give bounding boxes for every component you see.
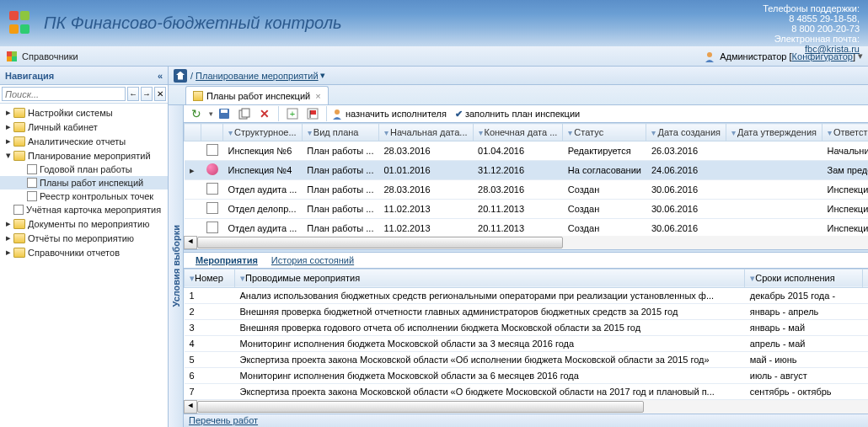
scroll-track[interactable] <box>197 236 868 249</box>
tree-item[interactable]: Годовой план работы <box>0 163 168 176</box>
scroll-thumb[interactable] <box>197 237 563 248</box>
tree-item[interactable]: Реестр контрольных точек <box>0 189 168 203</box>
doc-icon <box>206 202 218 214</box>
scroll-thumb[interactable] <box>197 401 644 413</box>
breadcrumb-link[interactable]: Планирование мероприятий <box>196 71 319 81</box>
grid-header[interactable]: ▾Вид плана <box>302 124 378 141</box>
breadcrumb-dd[interactable]: ▾ <box>320 70 325 81</box>
tree-label: Документы по мероприятию <box>28 219 149 229</box>
grid-header[interactable]: ▾Конечная дата ... <box>473 124 563 141</box>
folder-icon <box>13 219 25 229</box>
tab-close-icon[interactable]: × <box>315 91 320 101</box>
scroll-left[interactable]: ◄ <box>184 236 197 249</box>
tree-item[interactable]: ▸Отчёты по мероприятию <box>0 231 168 245</box>
detail-header[interactable]: ▾Проводимые мероприятия <box>235 269 745 287</box>
table-row[interactable]: 5Экспертиза проекта закона Московской об… <box>185 351 869 367</box>
grid-header[interactable] <box>185 124 201 141</box>
tree-item[interactable]: ▾Планирование мероприятий <box>0 148 168 163</box>
tree-label: Учётная карточка мероприятия <box>26 205 161 215</box>
tree-item[interactable]: Учётная карточка мероприятия <box>0 203 168 216</box>
tree-toggle-icon[interactable]: ▸ <box>3 107 13 118</box>
table-row[interactable]: 6Мониторинг исполнения бюджета Московско… <box>185 367 869 383</box>
table-row[interactable]: 2Внешняя проверка бюджетной отчетности г… <box>185 303 869 319</box>
assign-action[interactable]: назначить исполнителя <box>331 108 447 120</box>
cell: Создан <box>563 219 646 236</box>
detail-tab-events[interactable]: Мероприятия <box>189 253 265 268</box>
flag-button[interactable] <box>303 105 322 122</box>
table-row[interactable]: Отдел делопр...План работы ...11.02.2013… <box>185 200 869 219</box>
detail-tabs: Мероприятия История состояний <box>184 253 868 269</box>
grid-header[interactable] <box>201 124 223 141</box>
table-row[interactable]: Инспекция №6План работы ...28.03.201601.… <box>185 141 869 161</box>
filter-sidebar[interactable]: Условия выборки <box>169 105 184 427</box>
detail-tab-history[interactable]: История состояний <box>265 253 361 268</box>
tree-item[interactable]: ▸Справочники отчетов <box>0 245 168 259</box>
refresh-button[interactable]: ↻ <box>187 105 206 122</box>
cell: 11.02.2013 <box>378 219 473 236</box>
grid-header[interactable]: ▾Структурное... <box>223 124 303 141</box>
nav-search-clear[interactable]: ✕ <box>154 87 166 101</box>
detail-header[interactable]: ▾Номер <box>185 269 235 287</box>
cell: 01.01.2016 <box>378 161 473 180</box>
grid-hscroll[interactable]: ◄ ► <box>184 236 868 249</box>
tree-toggle-icon[interactable]: ▸ <box>3 232 13 243</box>
cell: Редактируется <box>563 141 646 161</box>
delete-button[interactable]: ✕ <box>255 105 274 122</box>
grid-header[interactable]: ▾Дата утверждения <box>726 124 822 141</box>
works-accordion[interactable]: Перечень работ <box>184 414 868 427</box>
detail-hscroll[interactable]: ◄ ► <box>184 400 868 414</box>
nav-collapse-button[interactable]: « <box>158 71 163 81</box>
tree-item[interactable]: ▸Настройки системы <box>0 105 168 120</box>
detail-header[interactable]: ▾Сроки исполнения <box>745 269 863 287</box>
nav-search-prev[interactable]: ← <box>127 87 139 101</box>
tree-item[interactable]: ▸Личный кабинет <box>0 120 168 134</box>
cell: Мониторинг исполнения бюджета Московской… <box>235 335 745 351</box>
tree-label: Настройки системы <box>28 108 113 118</box>
detail-header[interactable]: ▾Ответственные исполнители <box>863 269 868 287</box>
users-icon <box>206 163 218 175</box>
tree-item[interactable]: Планы работ инспекций <box>0 176 168 189</box>
grid-header[interactable]: ▾Дата создания <box>646 124 726 141</box>
tree-item[interactable]: ▸Документы по мероприятию <box>0 216 168 231</box>
nav-search-next[interactable]: → <box>141 87 153 101</box>
grid-header[interactable]: ▾Начальная дата... <box>378 124 473 141</box>
support-email-link[interactable]: fbc@krista.ru <box>805 44 860 54</box>
tree-item[interactable]: ▸Аналитические отчеты <box>0 134 168 148</box>
tree-toggle-icon[interactable]: ▸ <box>3 121 13 132</box>
nav-search-input[interactable] <box>2 87 126 101</box>
cell: План работы ... <box>302 180 378 200</box>
table-row[interactable]: 4Мониторинг исполнения бюджета Московско… <box>185 335 869 351</box>
table-row[interactable]: 3Внешняя проверка годового отчета об исп… <box>185 319 869 335</box>
cell: 1 <box>185 287 235 303</box>
tree-toggle-icon[interactable]: ▸ <box>3 218 13 229</box>
app-logo-icon <box>8 10 35 37</box>
card-icon <box>27 164 37 174</box>
add-button[interactable]: + <box>283 105 302 122</box>
grid-header[interactable]: ▾Ответственный исполнитель <box>822 124 869 141</box>
copy-button[interactable] <box>235 105 254 122</box>
scroll-left[interactable]: ◄ <box>184 400 197 414</box>
cell: январь - апрель <box>745 303 863 319</box>
table-row[interactable]: Отдел аудита ...План работы ...11.02.201… <box>185 219 869 236</box>
save-button[interactable] <box>215 105 233 122</box>
cell <box>726 200 822 219</box>
table-row[interactable]: Отдел аудита ...План работы ...28.03.201… <box>185 180 869 200</box>
home-icon[interactable] <box>174 69 187 83</box>
tree-toggle-icon[interactable]: ▸ <box>3 247 13 258</box>
references-link[interactable]: Справочники <box>22 51 78 61</box>
tree-toggle-icon[interactable]: ▸ <box>3 136 13 147</box>
cell: Внешняя проверка годового отчета об испо… <box>235 319 745 335</box>
tree-toggle-icon[interactable]: ▾ <box>3 150 13 161</box>
scroll-track[interactable] <box>197 400 868 414</box>
table-row[interactable]: 7Экспертиза проекта закона Московской об… <box>185 383 869 399</box>
fill-action[interactable]: ✔ заполнить план инспекции <box>455 109 580 120</box>
table-row[interactable]: Инспекция №4План работы ...01.01.201631.… <box>185 161 869 180</box>
refresh-dd[interactable]: ▾ <box>209 109 213 118</box>
tab-plans[interactable]: Планы работ инспекций × <box>185 86 329 104</box>
table-row[interactable]: 1Анализ использования бюджетных средств … <box>185 287 869 303</box>
detail-grid[interactable]: ▾Номер▾Проводимые мероприятия▾Сроки испо… <box>184 269 868 400</box>
cell: 01.04.2016 <box>473 141 563 161</box>
grid-header[interactable]: ▾Статус <box>563 124 646 141</box>
user-avatar-icon <box>703 50 716 63</box>
main-grid[interactable]: ▾Структурное...▾Вид плана▾Начальная дата… <box>184 123 868 236</box>
